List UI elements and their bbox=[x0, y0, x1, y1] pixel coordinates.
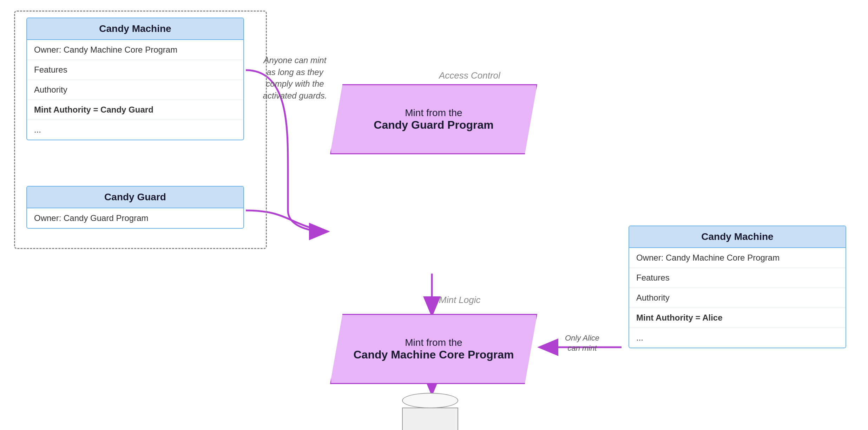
candy-machine-core-shape: Mint from the Candy Machine Core Program bbox=[330, 314, 537, 384]
cm-row-features: Features bbox=[27, 60, 243, 80]
cgp-line2: Candy Guard Program bbox=[374, 119, 493, 132]
rcm-row-owner: Owner: Candy Machine Core Program bbox=[629, 248, 846, 268]
rcm-row-mint-authority: Mint Authority = Alice bbox=[629, 308, 846, 328]
rcm-row-features: Features bbox=[629, 268, 846, 288]
cm-row-owner: Owner: Candy Machine Core Program bbox=[27, 40, 243, 60]
rcm-row-authority: Authority bbox=[629, 288, 846, 308]
left-candy-machine-title: Candy Machine bbox=[27, 18, 243, 40]
candy-guard-program-shape: Mint from the Candy Guard Program bbox=[330, 84, 537, 154]
mint-logic-label: Mint Logic bbox=[439, 295, 481, 305]
right-candy-machine-title: Candy Machine bbox=[629, 226, 846, 248]
left-candy-machine-card: Candy Machine Owner: Candy Machine Core … bbox=[26, 18, 244, 140]
diagram-container: Candy Machine Owner: Candy Machine Core … bbox=[0, 0, 868, 430]
left-candy-guard-card: Candy Guard Owner: Candy Guard Program bbox=[26, 186, 244, 229]
cmc-line2: Candy Machine Core Program bbox=[354, 348, 514, 361]
cm-row-ellipsis: ... bbox=[27, 120, 243, 140]
cyl-body bbox=[402, 408, 458, 430]
candy-guard-program-box: Mint from the Candy Guard Program bbox=[330, 84, 537, 154]
cm-row-authority: Authority bbox=[27, 80, 243, 100]
only-alice-label: Only Alicecan mint bbox=[547, 333, 617, 353]
cm-row-mint-authority: Mint Authority = Candy Guard bbox=[27, 100, 243, 120]
cyl-top bbox=[402, 393, 458, 408]
cgp-line1: Mint from the bbox=[405, 107, 462, 119]
cmc-line1: Mint from the bbox=[405, 337, 462, 348]
rcm-row-ellipsis: ... bbox=[629, 328, 846, 348]
candy-machine-core-box: Mint from the Candy Machine Core Program bbox=[330, 314, 537, 384]
access-control-label: Access Control bbox=[439, 70, 500, 81]
nft-cylinder: NFT bbox=[402, 393, 458, 430]
anyone-mint-label: Anyone can mintas long as theycomply wit… bbox=[256, 54, 334, 101]
left-candy-guard-title: Candy Guard bbox=[27, 187, 243, 208]
cg-row-owner: Owner: Candy Guard Program bbox=[27, 208, 243, 228]
right-candy-machine-card: Candy Machine Owner: Candy Machine Core … bbox=[629, 226, 846, 348]
